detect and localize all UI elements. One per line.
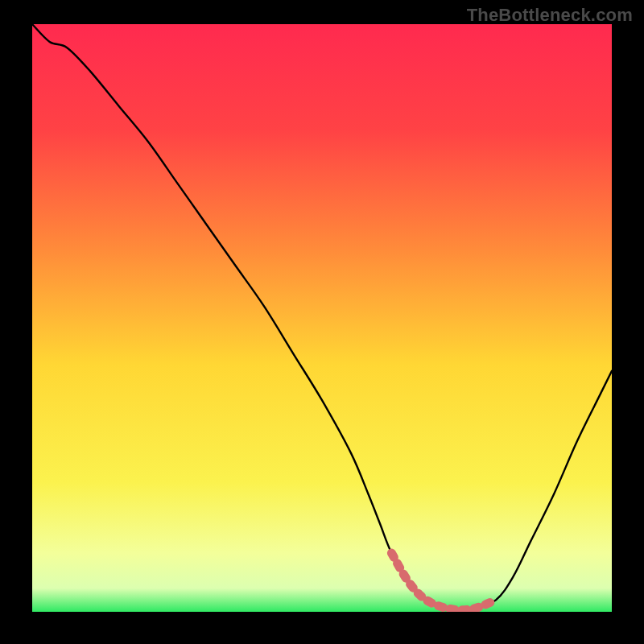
chart-frame: TheBottleneck.com xyxy=(0,0,644,644)
gradient-background xyxy=(32,24,612,612)
attribution-label: TheBottleneck.com xyxy=(467,5,633,26)
plot-area xyxy=(32,24,612,612)
chart-svg xyxy=(32,24,612,612)
